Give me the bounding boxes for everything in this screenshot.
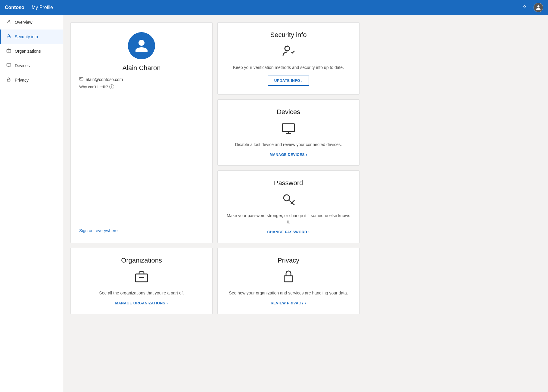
svg-point-0 <box>8 20 9 22</box>
svg-point-11 <box>285 46 290 51</box>
update-info-button[interactable]: UPDATE INFO › <box>268 76 309 86</box>
sidebar-item-devices[interactable]: Devices <box>0 58 63 73</box>
help-button[interactable]: ? <box>520 3 529 12</box>
svg-rect-5 <box>7 64 11 66</box>
sidebar-item-overview-label: Overview <box>15 20 32 25</box>
devices-icon <box>6 63 12 69</box>
organizations-card-icon <box>134 269 149 286</box>
cards-grid: Alain Charon alain@contoso.com Why can't… <box>70 22 360 314</box>
sidebar: Overview Security info Or <box>0 15 63 392</box>
security-info-title: Security info <box>270 31 307 39</box>
sidebar-item-organizations[interactable]: Organizations <box>0 44 63 58</box>
edit-question: Why can't I edit? i <box>79 84 114 89</box>
privacy-card-icon <box>281 269 296 286</box>
svg-point-1 <box>8 35 9 36</box>
sidebar-item-privacy-label: Privacy <box>15 78 29 82</box>
security-info-card: Security info Keep your verification met… <box>217 22 360 95</box>
sidebar-item-devices-label: Devices <box>15 63 30 68</box>
security-info-card-icon <box>281 44 296 61</box>
review-privacy-link[interactable]: REVIEW PRIVACY › <box>271 301 306 305</box>
password-desc: Make your password stronger, or change i… <box>225 213 352 225</box>
devices-title: Devices <box>277 108 300 116</box>
devices-desc: Disable a lost device and review your co… <box>235 142 342 148</box>
svg-rect-8 <box>7 79 10 81</box>
sidebar-item-security-label: Security info <box>15 34 38 39</box>
svg-rect-12 <box>282 124 294 132</box>
sidebar-item-security-info[interactable]: Security info <box>0 30 63 44</box>
sign-out-link[interactable]: Sign out everywhere <box>79 228 118 233</box>
profile-card: Alain Charon alain@contoso.com Why can't… <box>70 22 213 243</box>
password-title: Password <box>274 179 303 187</box>
manage-devices-link[interactable]: MANAGE DEVICES › <box>270 153 307 157</box>
page-title: My Profile <box>32 5 53 10</box>
privacy-title: Privacy <box>278 257 299 264</box>
app-header: Contoso My Profile ? <box>0 0 548 15</box>
svg-line-17 <box>293 200 294 202</box>
password-card-icon <box>281 192 296 209</box>
user-avatar-button[interactable] <box>534 3 543 12</box>
organizations-desc: See all the organizations that you're a … <box>99 290 184 296</box>
app-layout: Overview Security info Or <box>0 15 548 392</box>
profile-email: alain@contoso.com <box>79 77 123 82</box>
change-password-link[interactable]: CHANGE PASSWORD › <box>267 230 310 234</box>
overview-icon <box>6 19 12 25</box>
organizations-icon <box>6 48 12 54</box>
email-value: alain@contoso.com <box>86 77 123 82</box>
brand-name: Contoso <box>5 5 24 10</box>
organizations-card: Organizations See all the organizations … <box>70 248 213 314</box>
privacy-icon <box>6 77 12 83</box>
sidebar-item-privacy[interactable]: Privacy <box>0 73 63 87</box>
manage-organizations-link[interactable]: MANAGE ORGANIZATIONS › <box>115 301 168 305</box>
privacy-desc: See how your organization and services a… <box>229 290 348 296</box>
edit-info-icon[interactable]: i <box>109 84 114 89</box>
sidebar-item-organizations-label: Organizations <box>15 49 41 54</box>
security-info-desc: Keep your verification methods and secur… <box>233 64 344 71</box>
profile-avatar <box>128 32 155 59</box>
header-actions: ? <box>520 3 543 12</box>
svg-rect-21 <box>284 276 293 282</box>
organizations-title: Organizations <box>121 257 162 264</box>
email-icon <box>79 77 83 82</box>
main-content: Alain Charon alain@contoso.com Why can't… <box>63 15 548 392</box>
devices-card-icon <box>281 121 296 138</box>
profile-name: Alain Charon <box>122 64 160 72</box>
security-info-icon <box>6 34 12 40</box>
devices-card: Devices Disable a lost device and review… <box>217 99 360 166</box>
privacy-card: Privacy See how your organization and se… <box>217 248 360 314</box>
password-card: Password Make your password stronger, or… <box>217 170 360 243</box>
sidebar-item-overview[interactable]: Overview <box>0 15 63 30</box>
svg-point-15 <box>284 195 290 201</box>
